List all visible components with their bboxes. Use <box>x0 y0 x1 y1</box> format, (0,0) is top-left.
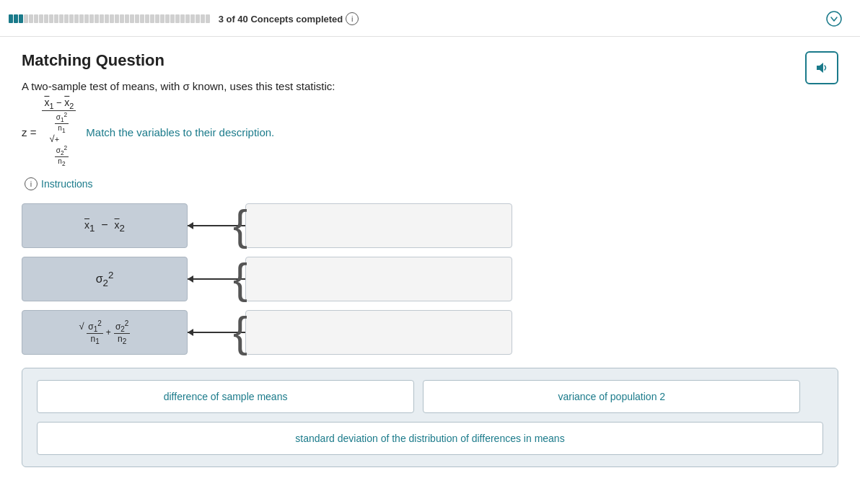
denom-frac2: σ22 n2 <box>55 144 69 167</box>
top-bar: 3 of 40 Concepts completed i <box>0 0 860 37</box>
answer-card-2[interactable]: variance of population 2 <box>423 380 800 413</box>
sub2: 2 <box>69 102 74 110</box>
progress-seg-5 <box>29 14 33 23</box>
match-row-3: √ σ12 n1 + σ22 n2 <box>22 310 838 355</box>
match-symbol-3: √ σ12 n1 + σ22 n2 <box>79 319 131 346</box>
progress-seg-25 <box>130 14 134 23</box>
svg-marker-1 <box>817 63 823 73</box>
svg-point-0 <box>827 12 841 26</box>
z-formula: x1 − x2 √ σ12 n1 + σ22 <box>42 97 76 167</box>
sigma1sq: σ12 <box>55 111 69 124</box>
n1: n1 <box>58 124 65 134</box>
progress-seg-8 <box>44 14 48 23</box>
progress-seg-17 <box>89 14 94 23</box>
progress-suffix: Concepts completed <box>248 14 343 25</box>
match-right-3[interactable] <box>245 310 512 355</box>
sound-button[interactable] <box>805 51 838 84</box>
match-right-1[interactable] <box>245 203 512 248</box>
answer-bank: difference of sample means variance of p… <box>22 368 838 467</box>
progress-seg-36 <box>185 14 190 23</box>
match-instruction: Match the variables to their description… <box>86 126 274 138</box>
answer-card-3-text: standard deviation of the distribution o… <box>295 433 564 444</box>
instructions-label: Instructions <box>41 178 93 190</box>
match-row-2: σ22 <box>22 257 838 301</box>
progress-seg-15 <box>79 14 84 23</box>
progress-seg-39 <box>201 14 205 23</box>
progress-seg-16 <box>84 14 89 23</box>
progress-seg-38 <box>196 14 200 23</box>
instructions-info-icon: i <box>25 177 38 190</box>
question-text: A two-sample test of means, with σ known… <box>22 80 838 92</box>
progress-seg-28 <box>145 14 149 23</box>
progress-seg-33 <box>170 14 175 23</box>
denom-frac1: σ12 n1 <box>55 111 69 134</box>
z-frac: x1 − x2 √ σ12 n1 + σ22 <box>42 97 76 167</box>
progress-seg-31 <box>160 14 164 23</box>
sigma2sq: σ22 <box>55 144 69 157</box>
z-denominator: √ σ12 n1 + σ22 n2 <box>48 111 71 168</box>
z-numerator: x1 − x2 <box>42 97 76 111</box>
question-intro: A two-sample test of means, with σ known… <box>22 80 335 92</box>
top-bar-right <box>822 7 846 30</box>
info-icon[interactable]: i <box>346 12 359 25</box>
instructions-link[interactable]: i Instructions <box>22 177 838 190</box>
progress-seg-20 <box>105 14 109 23</box>
progress-seg-6 <box>34 14 38 23</box>
answer-card-1[interactable]: difference of sample means <box>37 380 414 413</box>
answer-card-1-text: difference of sample means <box>164 391 288 402</box>
progress-seg-10 <box>54 14 58 23</box>
progress-seg-26 <box>135 14 139 23</box>
progress-seg-4 <box>24 14 28 23</box>
progress-seg-35 <box>180 14 185 23</box>
sound-icon <box>814 60 830 76</box>
progress-seg-12 <box>64 14 69 23</box>
page-title: Matching Question <box>22 51 838 70</box>
progress-seg-9 <box>49 14 53 23</box>
formula-line: z = x1 − x2 √ σ12 n1 + <box>22 97 838 167</box>
progress-seg-32 <box>165 14 170 23</box>
n2: n2 <box>58 157 65 167</box>
match-row-1: x1 − x2 <box>22 203 838 248</box>
progress-seg-21 <box>110 14 114 23</box>
progress-bar-container: 3 of 40 Concepts completed i <box>9 12 359 25</box>
answer-card-2-text: variance of population 2 <box>558 391 665 402</box>
collapse-button[interactable] <box>822 7 846 30</box>
progress-seg-19 <box>100 14 104 23</box>
progress-seg-7 <box>39 14 43 23</box>
progress-seg-18 <box>95 14 99 23</box>
progress-seg-23 <box>120 14 124 23</box>
progress-seg-14 <box>74 14 79 23</box>
match-right-2[interactable] <box>245 257 512 301</box>
progress-seg-2 <box>14 14 18 23</box>
match-left-1: x1 − x2 <box>22 203 188 248</box>
progress-segments <box>9 14 210 23</box>
progress-seg-27 <box>140 14 144 23</box>
progress-seg-1 <box>9 14 13 23</box>
matching-area: x1 − x2 σ22 <box>22 203 838 355</box>
z-equals: z = <box>22 126 36 138</box>
progress-seg-24 <box>125 14 129 23</box>
progress-seg-13 <box>69 14 74 23</box>
match-left-2: σ22 <box>22 257 188 301</box>
match-symbol-2: σ22 <box>96 270 114 288</box>
match-symbol-1: x1 − x2 <box>84 218 125 234</box>
main-content: Matching Question A two-sample test of m… <box>0 37 860 482</box>
progress-seg-40 <box>206 14 210 23</box>
chevron-down-icon <box>826 11 842 27</box>
progress-seg-30 <box>155 14 159 23</box>
progress-seg-34 <box>175 14 180 23</box>
progress-text: 3 of 40 Concepts completed <box>216 14 343 25</box>
match-left-3: √ σ12 n1 + σ22 n2 <box>22 310 188 355</box>
progress-seg-3 <box>19 14 23 23</box>
progress-seg-22 <box>115 14 119 23</box>
progress-seg-11 <box>59 14 63 23</box>
progress-seg-37 <box>190 14 195 23</box>
progress-seg-29 <box>150 14 154 23</box>
sub1: 1 <box>49 102 53 110</box>
progress-count: 3 of 40 <box>219 14 248 25</box>
answer-card-3[interactable]: standard deviation of the distribution o… <box>37 422 823 455</box>
